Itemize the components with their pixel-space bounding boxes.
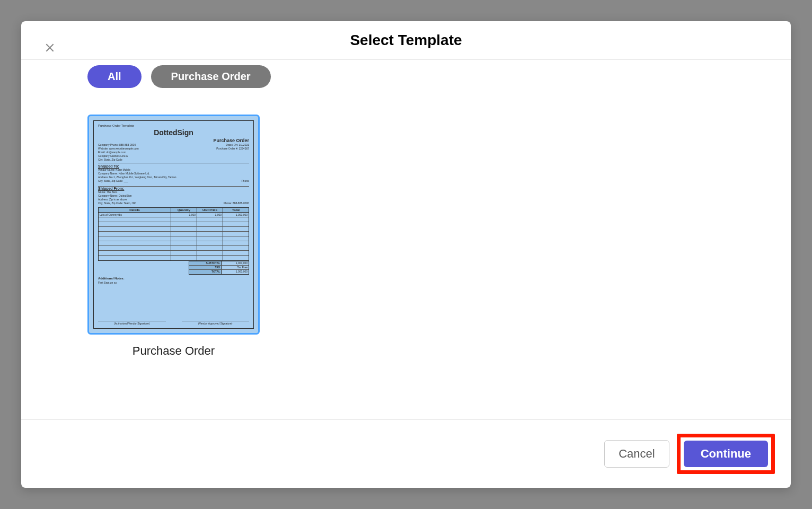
td-qty: 1,000 [171, 213, 197, 217]
preview-table: Details Quantity Unit Price Total Lots o… [98, 207, 249, 261]
filter-row: All Purchase Order [87, 65, 725, 88]
template-grid: Purchase Order Template DottedSign Purch… [87, 115, 725, 358]
close-button[interactable] [43, 41, 56, 54]
th-detail: Details [99, 208, 171, 212]
shipped-to-line: Vendor Name: Kdan Mobile [98, 168, 249, 172]
template-preview-doc: Purchase Order Template DottedSign Purch… [93, 120, 254, 329]
shipped-to-line: Company Name: Kdan Mobile Software Ltd. [98, 172, 249, 175]
td-detail: Lots of Gummy tbs [99, 213, 171, 217]
sum-subtotal-val: 1,000,000 [222, 261, 249, 265]
meta-po: Purchase Order #: 1234567 [216, 147, 249, 151]
company-line: City, State, Zip Code [98, 158, 139, 162]
meta-date: Dated On: 1/1/2021 [216, 143, 249, 147]
preview-brand: DottedSign [98, 128, 249, 137]
company-line: Email: do@sample.com [98, 151, 139, 154]
cancel-button[interactable]: Cancel [604, 440, 669, 468]
sig-right: (Vendor Approved Signature) [182, 321, 250, 325]
modal-footer: Cancel Continue [21, 419, 791, 488]
company-line: Company Phone: 888-888-0000 [98, 143, 139, 147]
template-card-purchase-order[interactable]: Purchase Order Template DottedSign Purch… [87, 115, 260, 358]
select-template-modal: Select Template All Purchase Order Purch… [21, 21, 791, 488]
continue-highlight-box: Continue [677, 434, 775, 474]
shipped-from-line: Name: The Best [98, 190, 249, 194]
filter-purchase-order[interactable]: Purchase Order [151, 65, 271, 88]
notes-title: Additional Notes: [98, 277, 249, 280]
phone-value: Phone: 888-888-0000 [224, 201, 249, 205]
shipped-from-line: Company Name: DottedSign [98, 194, 249, 198]
company-line: Company Address Line A [98, 154, 139, 158]
modal-title: Select Template [21, 32, 791, 49]
filter-all[interactable]: All [87, 65, 142, 88]
sig-left: (Authorized Vendor Signature) [98, 321, 166, 325]
sum-tax-label: TAX [189, 266, 222, 269]
modal-header: Select Template [21, 21, 791, 60]
sum-tax-val: Tax Free [222, 266, 249, 269]
preview-summary: SUBTOTAL 1,000,000 TAX Tax Free TOTAL 1,… [189, 261, 249, 275]
signature-row: (Authorized Vendor Signature) (Vendor Ap… [98, 321, 249, 325]
company-line: Website: www.websitesample.com [98, 147, 139, 151]
notes-body: First Sept on so [98, 281, 249, 284]
template-thumbnail: Purchase Order Template DottedSign Purch… [87, 115, 260, 335]
td-total: 1,000,000 [223, 213, 249, 217]
th-total: Total [223, 208, 249, 212]
continue-button[interactable]: Continue [684, 441, 768, 467]
preview-doc-title: Purchase Order [98, 138, 249, 143]
sum-subtotal-label: SUBTOTAL [189, 261, 222, 265]
shipped-from-line: City, State, Zip Code: Team, OR [98, 201, 136, 205]
section-shipped-to: Shipped To: [98, 164, 249, 168]
section-shipped-from: Shipped From: [98, 187, 249, 190]
td-price: 1,000 [197, 213, 223, 217]
shipped-to-line: Address: No.1, Zhonghua Rd., Yongkang Di… [98, 175, 249, 179]
sum-total-label: TOTAL [189, 270, 222, 274]
preview-caption: Purchase Order Template [98, 124, 249, 127]
shipped-to-line: City, State, Zip Code: ___ [98, 179, 128, 183]
close-icon [45, 42, 55, 53]
modal-body: All Purchase Order Purchase Order Templa… [21, 60, 791, 419]
th-qty: Quantity [171, 208, 197, 212]
phone-label: Phone [242, 179, 249, 183]
th-price: Unit Price [197, 208, 223, 212]
sum-total-val: 1,000,000 [222, 270, 249, 274]
shipped-from-line: Address: Zip is as above [98, 198, 249, 201]
template-label: Purchase Order [133, 344, 215, 358]
